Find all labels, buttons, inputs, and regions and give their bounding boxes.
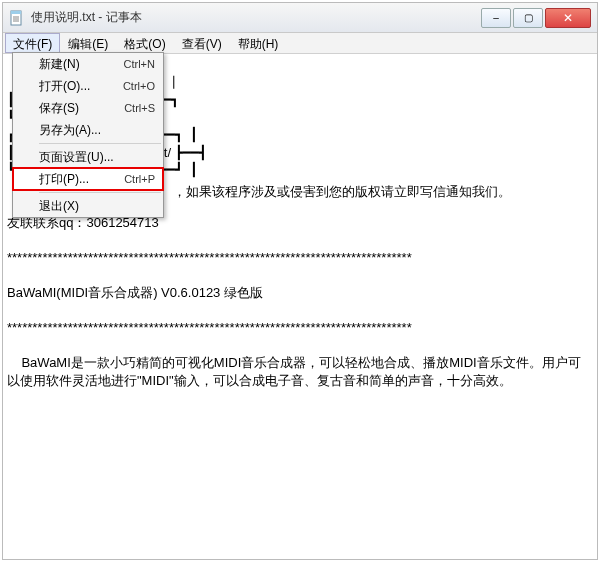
- menu-open-shortcut: Ctrl+O: [123, 80, 155, 92]
- notepad-icon: [9, 10, 25, 26]
- menu-print[interactable]: 打印(P)... Ctrl+P: [13, 168, 163, 190]
- menu-print-label: 打印(P)...: [39, 171, 124, 188]
- close-button[interactable]: ✕: [545, 8, 591, 28]
- titlebar: 使用说明.txt - 记事本 – ▢ ✕: [3, 3, 597, 33]
- minimize-button[interactable]: –: [481, 8, 511, 28]
- menu-save-shortcut: Ctrl+S: [124, 102, 155, 114]
- file-dropdown: 新建(N) Ctrl+N 打开(O)... Ctrl+O 保存(S) Ctrl+…: [12, 52, 164, 218]
- menu-new-label: 新建(N): [39, 56, 124, 73]
- menu-new-shortcut: Ctrl+N: [124, 58, 155, 70]
- window-buttons: – ▢ ✕: [479, 8, 591, 28]
- body-line-8: ****************************************…: [7, 250, 412, 265]
- menu-new[interactable]: 新建(N) Ctrl+N: [13, 53, 163, 75]
- body-line-9: BaWaMI(MIDI音乐合成器) V0.6.0123 绿色版: [7, 285, 263, 300]
- menu-separator-1: [39, 143, 161, 144]
- menu-view[interactable]: 查看(V): [174, 33, 230, 53]
- menu-pagesetup[interactable]: 页面设置(U)...: [13, 146, 163, 168]
- body-line-11: BaWaMI是一款小巧精简的可视化MIDI音乐合成器，可以轻松地合成、播放MID…: [7, 355, 581, 370]
- menu-file[interactable]: 文件(F): [5, 33, 60, 53]
- menu-separator-2: [39, 192, 161, 193]
- menu-save[interactable]: 保存(S) Ctrl+S: [13, 97, 163, 119]
- menu-open[interactable]: 打开(O)... Ctrl+O: [13, 75, 163, 97]
- menu-exit[interactable]: 退出(X): [13, 195, 163, 217]
- menu-open-label: 打开(O)...: [39, 78, 123, 95]
- menu-saveas-label: 另存为(A)...: [39, 122, 155, 139]
- window-title: 使用说明.txt - 记事本: [31, 9, 479, 26]
- body-line-10: ****************************************…: [7, 320, 412, 335]
- menu-pagesetup-label: 页面设置(U)...: [39, 149, 155, 166]
- menu-print-shortcut: Ctrl+P: [124, 173, 155, 185]
- menu-help[interactable]: 帮助(H): [230, 33, 287, 53]
- body-overlap: ，如果该程序涉及或侵害到您的版权请立即写信通知我们。: [173, 183, 511, 201]
- menu-exit-label: 退出(X): [39, 198, 155, 215]
- menu-save-label: 保存(S): [39, 100, 124, 117]
- menu-saveas[interactable]: 另存为(A)...: [13, 119, 163, 141]
- maximize-button[interactable]: ▢: [513, 8, 543, 28]
- body-line-12: 以使用软件灵活地进行"MIDI"输入，可以合成电子音、复古音和简单的声音，十分高…: [7, 373, 512, 388]
- svg-rect-1: [11, 11, 21, 14]
- menu-edit[interactable]: 编辑(E): [60, 33, 116, 53]
- menubar: 文件(F) 编辑(E) 格式(O) 查看(V) 帮助(H): [3, 33, 597, 54]
- menu-format[interactable]: 格式(O): [116, 33, 173, 53]
